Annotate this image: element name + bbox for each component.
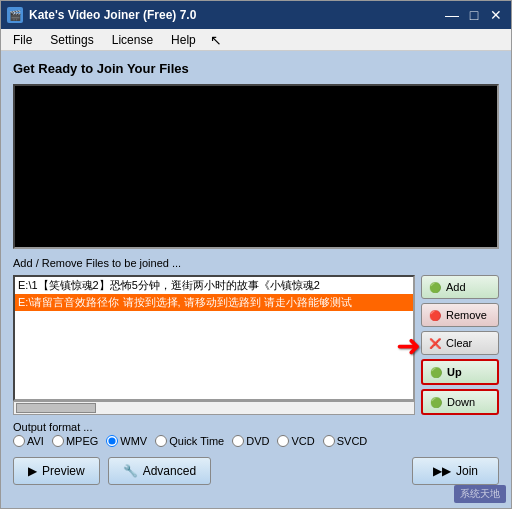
menu-help[interactable]: Help <box>163 31 204 49</box>
close-button[interactable]: ✕ <box>487 6 505 24</box>
output-format-section: Output format ... AVI MPEG WMV Quick Tim… <box>13 421 499 447</box>
up-icon: 🟢 <box>429 365 443 379</box>
maximize-button[interactable]: □ <box>465 6 483 24</box>
radio-mpeg[interactable] <box>52 435 64 447</box>
file-listbox[interactable]: E:\1【笑镇惊魂2】恐怖5分钟，逛街两小时的故事《小镇惊魂2 E:\请留言音效… <box>13 275 415 401</box>
minimize-button[interactable]: — <box>443 6 461 24</box>
bottom-buttons: ▶ Preview 🔧 Advanced ▶▶ Join <box>13 453 499 487</box>
file-section: E:\1【笑镇惊魂2】恐怖5分钟，逛街两小时的故事《小镇惊魂2 E:\请留言音效… <box>13 275 499 415</box>
list-item[interactable]: E:\1【笑镇惊魂2】恐怖5分钟，逛街两小时的故事《小镇惊魂2 <box>15 277 413 294</box>
title-controls: — □ ✕ <box>443 6 505 24</box>
format-radio-group: AVI MPEG WMV Quick Time DVD <box>13 435 499 447</box>
radio-svcd[interactable] <box>323 435 335 447</box>
add-button[interactable]: 🟢 Add <box>421 275 499 299</box>
scrollbar-thumb[interactable] <box>16 403 96 413</box>
output-format-label: Output format ... <box>13 421 499 433</box>
down-button[interactable]: 🟢 Down <box>421 389 499 415</box>
add-icon: 🟢 <box>428 280 442 294</box>
remove-button[interactable]: 🔴 Remove <box>421 303 499 327</box>
radio-avi[interactable] <box>13 435 25 447</box>
radio-vcd[interactable] <box>277 435 289 447</box>
cursor-icon: ↖ <box>210 32 222 48</box>
format-wmv[interactable]: WMV <box>106 435 147 447</box>
file-list-wrapper: E:\1【笑镇惊魂2】恐怖5分钟，逛街两小时的故事《小镇惊魂2 E:\请留言音效… <box>13 275 415 415</box>
window-title: Kate's Video Joiner (Free) 7.0 <box>29 8 196 22</box>
up-button[interactable]: 🟢 Up <box>421 359 499 385</box>
main-content: Get Ready to Join Your Files Add / Remov… <box>1 51 511 508</box>
format-dvd[interactable]: DVD <box>232 435 269 447</box>
format-mpeg[interactable]: MPEG <box>52 435 98 447</box>
menu-file[interactable]: File <box>5 31 40 49</box>
radio-dvd[interactable] <box>232 435 244 447</box>
main-window: 🎬 Kate's Video Joiner (Free) 7.0 — □ ✕ F… <box>0 0 512 509</box>
clear-icon: ❌ <box>428 336 442 350</box>
video-preview <box>13 84 499 249</box>
watermark: 系统天地 <box>454 485 506 503</box>
advanced-icon: 🔧 <box>123 464 138 478</box>
page-title: Get Ready to Join Your Files <box>13 61 499 76</box>
radio-quicktime[interactable] <box>155 435 167 447</box>
format-svcd[interactable]: SVCD <box>323 435 368 447</box>
title-bar-left: 🎬 Kate's Video Joiner (Free) 7.0 <box>7 7 196 23</box>
format-quicktime[interactable]: Quick Time <box>155 435 224 447</box>
join-button[interactable]: ▶▶ Join <box>412 457 499 485</box>
join-icon: ▶▶ <box>433 464 451 478</box>
clear-button[interactable]: ❌ Clear <box>421 331 499 355</box>
horizontal-scrollbar[interactable] <box>13 401 415 415</box>
radio-wmv[interactable] <box>106 435 118 447</box>
advanced-button[interactable]: 🔧 Advanced <box>108 457 211 485</box>
format-vcd[interactable]: VCD <box>277 435 314 447</box>
down-icon: 🟢 <box>429 395 443 409</box>
menu-settings[interactable]: Settings <box>42 31 101 49</box>
remove-icon: 🔴 <box>428 308 442 322</box>
preview-icon: ▶ <box>28 464 37 478</box>
file-list-label: Add / Remove Files to be joined ... <box>13 257 499 269</box>
menu-bar: File Settings License Help ↖ <box>1 29 511 51</box>
list-item[interactable]: E:\请留言音效路径你 请按到选择, 请移动到选路到 请走小路能够测试 <box>15 294 413 311</box>
left-buttons: ▶ Preview 🔧 Advanced <box>13 457 211 485</box>
app-icon: 🎬 <box>7 7 23 23</box>
format-avi[interactable]: AVI <box>13 435 44 447</box>
title-bar: 🎬 Kate's Video Joiner (Free) 7.0 — □ ✕ <box>1 1 511 29</box>
preview-button[interactable]: ▶ Preview <box>13 457 100 485</box>
menu-license[interactable]: License <box>104 31 161 49</box>
buttons-panel: 🟢 Add 🔴 Remove ❌ Clear 🟢 Up 🟢 Down <box>421 275 499 415</box>
